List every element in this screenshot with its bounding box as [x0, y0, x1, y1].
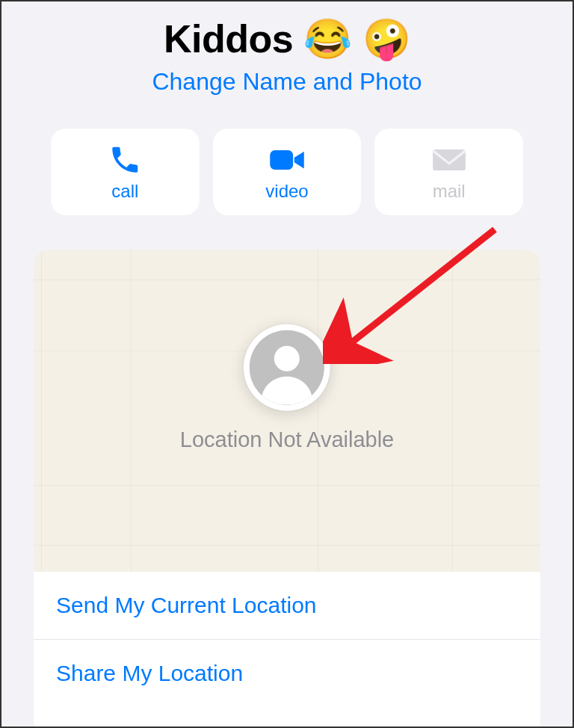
phone-icon: [108, 142, 141, 178]
video-button[interactable]: video: [213, 129, 362, 215]
location-status-text: Location Not Available: [180, 427, 394, 451]
svg-rect-0: [270, 150, 293, 170]
call-label: call: [111, 181, 138, 202]
share-my-location-row[interactable]: Share My Location: [34, 639, 540, 706]
mail-icon: [430, 142, 468, 178]
conversation-title: Kiddos 😂 🤪: [1, 16, 573, 62]
svg-rect-1: [433, 149, 466, 170]
location-card: Location Not Available Send My Current L…: [34, 250, 540, 728]
change-name-photo-link[interactable]: Change Name and Photo: [1, 68, 573, 96]
map-placeholder: Location Not Available: [34, 250, 540, 572]
mail-label: mail: [433, 181, 466, 202]
contact-avatar-pin: [244, 324, 330, 410]
mail-button: mail: [374, 129, 523, 215]
call-button[interactable]: call: [51, 129, 200, 215]
video-label: video: [265, 181, 308, 202]
svg-point-3: [274, 345, 300, 371]
video-icon: [268, 142, 306, 178]
person-placeholder-icon: [250, 330, 324, 404]
send-current-location-row[interactable]: Send My Current Location: [34, 572, 540, 639]
